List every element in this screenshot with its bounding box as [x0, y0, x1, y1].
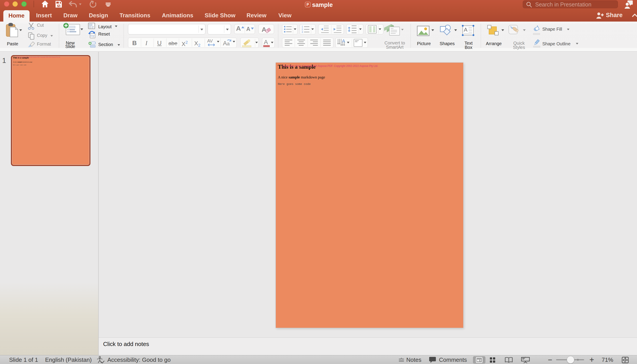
svg-text:3: 3 — [302, 31, 303, 33]
svg-text:AV: AV — [207, 39, 213, 43]
svg-text:1: 1 — [302, 25, 303, 28]
svg-text:A: A — [464, 27, 468, 33]
svg-text:2: 2 — [302, 28, 303, 31]
svg-text:A: A — [223, 40, 227, 47]
svg-text:A: A — [262, 26, 266, 33]
svg-text:A: A — [342, 38, 345, 43]
svg-text:P: P — [306, 3, 309, 6]
svg-text:A: A — [264, 39, 268, 46]
svg-text:a: a — [227, 41, 230, 46]
